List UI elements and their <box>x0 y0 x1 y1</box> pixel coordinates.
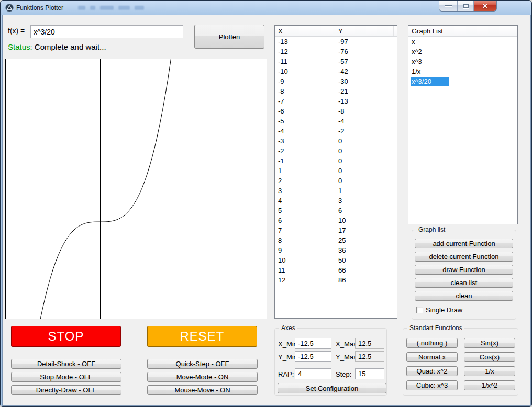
status-line: Status: Complete and wait... <box>8 42 106 51</box>
mode-toggle-button[interactable]: Mouse-Move - ON <box>147 385 258 395</box>
table-row[interactable]: -20 <box>275 146 397 156</box>
table-cell: 2 <box>275 177 335 185</box>
table-cell: 86 <box>335 276 394 284</box>
column-header-filler <box>394 26 397 36</box>
mode-toggle-button[interactable]: Detail-Shock - OFF <box>11 359 121 369</box>
rap-input[interactable] <box>295 368 331 379</box>
x-min-input[interactable] <box>295 338 331 349</box>
mode-toggle-button[interactable]: Quick-Step - OFF <box>147 359 258 369</box>
status-text: Complete and wait... <box>32 42 106 51</box>
table-cell: -9 <box>275 77 335 85</box>
plot-button[interactable]: Plotten <box>194 25 264 49</box>
table-row[interactable]: 1050 <box>275 255 397 265</box>
table-row[interactable]: 31 <box>275 186 397 196</box>
mode-toggle-button[interactable]: Move-Mode - ON <box>147 372 258 382</box>
titlebar[interactable]: Funktions Plotter ✕ <box>1 1 531 15</box>
table-row[interactable]: -7-13 <box>275 96 397 106</box>
table-row[interactable]: 1286 <box>275 275 397 285</box>
maximize-icon <box>463 4 469 8</box>
table-row[interactable]: -10-42 <box>275 66 397 76</box>
table-row[interactable]: -5-4 <box>275 116 397 126</box>
table-row[interactable]: -13-97 <box>275 37 397 47</box>
table-row[interactable]: 56 <box>275 206 397 216</box>
y-min-input[interactable] <box>295 351 331 362</box>
table-row[interactable]: 43 <box>275 196 397 206</box>
standard-function-button[interactable]: Cubic: x^3 <box>406 380 458 390</box>
standard-function-button[interactable]: ( nothing ) <box>406 338 458 348</box>
minimize-icon <box>445 5 452 7</box>
table-cell: 4 <box>275 197 335 205</box>
step-input[interactable] <box>355 368 384 379</box>
maximize-button[interactable] <box>458 1 474 11</box>
standard-function-button[interactable]: Sin(x) <box>464 338 515 348</box>
table-cell: 3 <box>335 197 394 205</box>
graph-controls-group: Graph list add current Functiondelete cu… <box>412 230 516 320</box>
standard-function-button[interactable]: 1/x <box>464 366 515 376</box>
graph-control-button[interactable]: add current Function <box>415 239 513 248</box>
standard-function-button[interactable]: 1/x^2 <box>464 380 515 390</box>
table-row[interactable]: 717 <box>275 225 397 235</box>
standard-function-button[interactable]: Cos(x) <box>464 352 515 362</box>
column-header-y[interactable]: Y <box>335 26 394 36</box>
graph-list: Graph List xx^2x^31/xx^3/20 <box>408 25 518 224</box>
table-row[interactable]: -12-76 <box>275 47 397 56</box>
plot-canvas[interactable] <box>5 59 267 319</box>
standard-functions-group-label: Standart Functions <box>407 324 464 332</box>
function-curve <box>38 59 173 319</box>
table-row[interactable]: 825 <box>275 235 397 245</box>
table-row[interactable]: 1166 <box>275 265 397 275</box>
graph-control-button[interactable]: clean <box>415 291 513 301</box>
table-cell: -76 <box>335 48 394 55</box>
table-row[interactable]: 936 <box>275 245 397 255</box>
table-cell: -30 <box>335 77 394 85</box>
reset-button[interactable]: RESET <box>147 326 257 347</box>
table-row[interactable]: -6-8 <box>275 106 397 116</box>
table-cell: -3 <box>275 137 335 145</box>
table-row[interactable]: -8-21 <box>275 86 397 96</box>
function-input[interactable] <box>30 25 183 38</box>
graph-control-button[interactable]: delete current Function <box>415 252 513 262</box>
window-title: Funktions Plotter <box>16 4 63 12</box>
table-row[interactable]: 10 <box>275 166 397 176</box>
table-row[interactable]: 20 <box>275 176 397 186</box>
graph-controls-buttons: add current Functiondelete current Funct… <box>412 239 516 301</box>
graph-list-item[interactable]: x^3 <box>408 56 517 66</box>
stop-button[interactable]: STOP <box>11 326 121 347</box>
standard-function-button[interactable]: Normal x <box>406 352 458 362</box>
client-area: f(x) = Plotten Status: Complete and wait… <box>3 15 530 405</box>
table-row[interactable]: -11-57 <box>275 56 397 66</box>
standard-function-button[interactable]: Quad: x^2 <box>406 366 458 376</box>
graph-list-item[interactable]: x <box>408 37 517 47</box>
graph-control-button[interactable]: clean list <box>415 278 513 288</box>
rap-label: RAP: <box>278 370 294 378</box>
set-configuration-button[interactable]: Set Configuration <box>278 383 386 393</box>
graph-list-item[interactable]: 1/x <box>408 66 517 76</box>
table-row[interactable]: -9-30 <box>275 76 397 86</box>
table-row[interactable]: -10 <box>275 156 397 166</box>
table-cell: -57 <box>335 58 394 65</box>
minimize-button[interactable] <box>439 1 458 11</box>
table-cell: 3 <box>275 187 335 195</box>
single-draw-label: Single Draw <box>426 306 462 314</box>
table-cell: -12 <box>275 48 335 55</box>
graph-list-item[interactable]: x^2 <box>408 47 517 56</box>
mode-toggle-button[interactable]: Stop Mode - OFF <box>11 372 121 382</box>
app-icon[interactable] <box>5 4 14 12</box>
table-row[interactable]: 610 <box>275 216 397 225</box>
table-row[interactable]: -4-2 <box>275 126 397 136</box>
graph-list-item[interactable]: x^3/20 <box>408 76 517 86</box>
single-draw-checkbox[interactable] <box>416 307 423 313</box>
table-cell: -97 <box>335 38 394 46</box>
table-cell: 6 <box>275 217 335 224</box>
app-window: Funktions Plotter ✕ f(x) = Plotten Statu… <box>0 0 532 407</box>
table-cell: -2 <box>275 147 335 155</box>
graph-control-button[interactable]: draw Function <box>415 265 513 275</box>
close-button[interactable]: ✕ <box>474 1 496 11</box>
column-header-x[interactable]: X <box>275 26 335 36</box>
table-row[interactable]: -30 <box>275 136 397 146</box>
table-cell: 66 <box>335 266 394 274</box>
table-cell: -8 <box>335 107 394 115</box>
y-max-input <box>355 351 384 362</box>
graph-list-column-header[interactable]: Graph List <box>408 26 450 36</box>
mode-toggle-button[interactable]: Directly-Draw - OFF <box>11 385 121 395</box>
